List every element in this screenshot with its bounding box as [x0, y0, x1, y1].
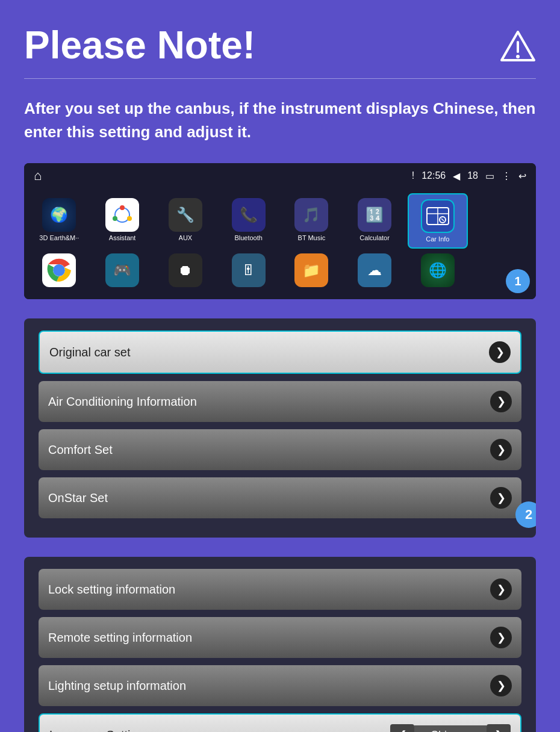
screenshot-3: Lock setting information ❯ Remote settin… [24, 557, 536, 732]
status-bar: ⌂ ! 12:56 ◀ 18 ▭ ⋮ ↩ [24, 163, 536, 188]
header: Please Note! [24, 24, 536, 66]
app-icon-record: ⏺ [169, 253, 202, 287]
menu-label-lighting-setup: Lighting setup information [48, 679, 186, 693]
battery-icon: ▭ [485, 170, 494, 182]
warning-icon [500, 29, 536, 65]
time-display: 12:56 [422, 170, 446, 181]
app-icon-earth: 🌍 [42, 198, 76, 232]
app-calculator[interactable]: 🔢 Calculator [344, 193, 405, 249]
app-label-carinfo: Car Info [426, 235, 449, 243]
home-icon: ⌂ [34, 168, 42, 184]
app-icon-bluetooth: 📞 [232, 198, 266, 232]
app-folder[interactable]: 📁 [281, 249, 342, 294]
page-title: Please Note! [24, 24, 255, 66]
status-right: ! 12:56 ◀ 18 ▭ ⋮ ↩ [412, 170, 526, 182]
app-icon-steering: 🎮 [105, 253, 139, 287]
menu-label-air-conditioning: Air Conditioning Information [48, 395, 197, 409]
description-text: After you set up the canbus, if the inst… [24, 97, 536, 144]
menu-arrow-lighting-setup: ❯ [490, 675, 512, 696]
app-cloud[interactable]: ☁ [344, 249, 405, 294]
menu-arrow-air-conditioning: ❯ [490, 391, 512, 412]
svg-point-6 [127, 216, 132, 221]
language-settings-label: Language Settings [49, 728, 385, 732]
app-label-earth: 3D Earth&M·· [39, 234, 79, 241]
app-grid-row1: 🌍 3D Earth&M·· Assistant 🔧 AUX 📞 Bluetoo… [24, 188, 536, 249]
app-eq[interactable]: 🎚 [218, 249, 279, 294]
screenshot-1: ⌂ ! 12:56 ◀ 18 ▭ ⋮ ↩ 🌍 3D Earth&M·· Assi… [24, 163, 536, 299]
volume-icon: ◀ [453, 170, 460, 182]
menu-item-onstar-set[interactable]: OnStar Set ❯ [39, 477, 521, 518]
app-icon-aux: 🔧 [169, 198, 202, 232]
menu-arrow-onstar-set: ❯ [490, 487, 512, 509]
app-label-calc: Calculator [359, 234, 390, 241]
app-icon-globe2: 🌐 [421, 253, 455, 287]
app-aux[interactable]: 🔧 AUX [155, 193, 216, 249]
menu-label-original-car-set: Original car set [49, 346, 131, 359]
app-steering[interactable]: 🎮 [92, 249, 153, 294]
app-icon-chrome [42, 253, 76, 287]
menu-item-lighting-setup[interactable]: Lighting setup information ❯ [39, 665, 521, 706]
language-current-value: Chinese [414, 725, 487, 732]
back-icon: ↩ [518, 170, 526, 182]
menu-arrow-original-car-set: ❯ [489, 341, 511, 363]
menu-item-remote-setting[interactable]: Remote setting information ❯ [39, 617, 521, 658]
app-bluetooth[interactable]: 📞 Bluetooth [218, 193, 279, 249]
screenshot-2: Original car set ❯ Air Conditioning Info… [24, 318, 536, 538]
svg-point-5 [120, 205, 125, 210]
app-btmusic[interactable]: 🎵 BT Music [281, 193, 342, 249]
app-icon-eq: 🎚 [232, 253, 266, 287]
volume-level: 18 [467, 170, 478, 181]
menu-item-language-settings[interactable]: Language Settings ❮ Chinese ❯ [39, 713, 521, 732]
menu-arrow-lock-setting: ❯ [490, 578, 512, 600]
menu-item-lock-setting[interactable]: Lock setting information ❯ [39, 569, 521, 610]
step-badge-2: 2 [515, 501, 536, 528]
app-label-aux: AUX [179, 234, 193, 241]
app-record[interactable]: ⏺ [155, 249, 216, 294]
notification-icon: ! [412, 170, 414, 181]
svg-point-14 [53, 264, 65, 276]
menu-label-lock-setting: Lock setting information [48, 583, 175, 597]
menu-item-comfort-set[interactable]: Comfort Set ❯ [39, 429, 521, 470]
app-icon-cloud: ☁ [358, 253, 391, 287]
app-grid-row2: 🎮 ⏺ 🎚 📁 ☁ 🌐 [24, 249, 536, 299]
language-prev-button[interactable]: ❮ [390, 724, 414, 732]
menu-item-air-conditioning[interactable]: Air Conditioning Information ❯ [39, 381, 521, 422]
svg-point-7 [113, 216, 117, 221]
menu-item-original-car-set[interactable]: Original car set ❯ [39, 330, 521, 374]
app-chrome[interactable] [29, 249, 90, 294]
language-next-button[interactable]: ❯ [487, 724, 511, 732]
menu-arrow-comfort-set: ❯ [490, 439, 512, 461]
app-icon-btmusic: 🎵 [294, 198, 328, 232]
app-icon-folder: 📁 [294, 253, 328, 287]
app-carinfo[interactable]: Car Info [408, 193, 468, 249]
menu-label-remote-setting: Remote setting information [48, 631, 192, 645]
app-label-btmusic: BT Music [298, 234, 326, 241]
language-nav: ❮ Chinese ❯ [390, 724, 511, 732]
app-icon-assistant [105, 198, 139, 232]
divider [24, 78, 536, 79]
app-3d-earth[interactable]: 🌍 3D Earth&M·· [29, 193, 90, 249]
menu-label-comfort-set: Comfort Set [48, 443, 113, 457]
menu-arrow-remote-setting: ❯ [490, 627, 512, 648]
app-globe2[interactable]: 🌐 [408, 249, 468, 294]
app-label-assistant: Assistant [109, 234, 136, 241]
app-icon-calc: 🔢 [358, 198, 391, 232]
app-icon-carinfo [421, 199, 455, 233]
menu-dots-icon: ⋮ [502, 170, 511, 182]
svg-point-2 [516, 55, 520, 58]
menu-label-onstar-set: OnStar Set [48, 491, 108, 505]
app-assistant[interactable]: Assistant [92, 193, 153, 249]
app-label-bluetooth: Bluetooth [234, 234, 262, 241]
